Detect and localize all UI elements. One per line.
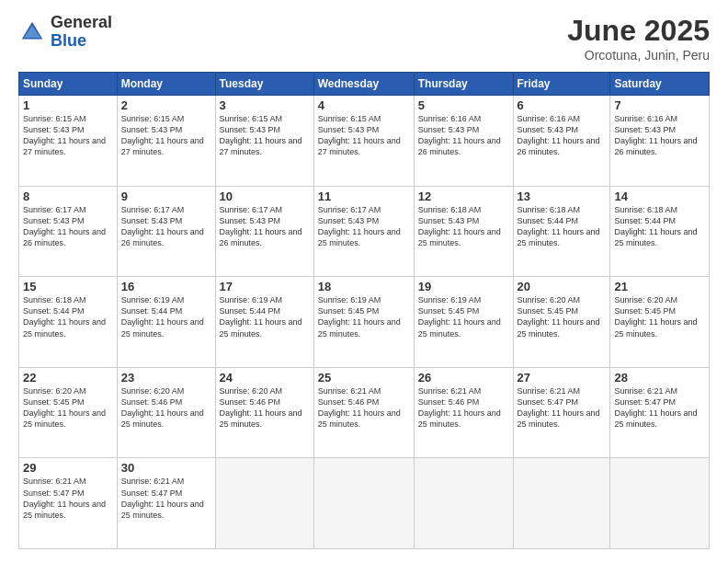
page: General Blue June 2025 Orcotuna, Junin, …: [0, 0, 728, 563]
calendar-cell: 5 Sunrise: 6:16 AMSunset: 5:43 PMDayligh…: [414, 96, 513, 187]
calendar-cell: 10 Sunrise: 6:17 AMSunset: 5:43 PMDaylig…: [215, 186, 313, 277]
day-info: Sunrise: 6:19 AMSunset: 5:44 PMDaylight:…: [220, 295, 302, 338]
calendar-cell: 3 Sunrise: 6:15 AMSunset: 5:43 PMDayligh…: [215, 96, 313, 187]
subtitle: Orcotuna, Junin, Peru: [567, 48, 710, 63]
day-number: 22: [23, 371, 113, 385]
day-number: 21: [614, 280, 705, 293]
title-block: June 2025 Orcotuna, Junin, Peru: [567, 14, 710, 63]
day-number: 26: [418, 371, 509, 385]
calendar-cell: 7 Sunrise: 6:16 AMSunset: 5:43 PMDayligh…: [610, 96, 710, 187]
day-info: Sunrise: 6:21 AMSunset: 5:47 PMDaylight:…: [518, 386, 600, 429]
calendar-cell: [513, 458, 610, 549]
day-info: Sunrise: 6:19 AMSunset: 5:45 PMDaylight:…: [418, 295, 501, 338]
col-wednesday: Wednesday: [313, 73, 414, 96]
calendar-cell: 23 Sunrise: 6:20 AMSunset: 5:46 PMDaylig…: [117, 367, 215, 458]
calendar-cell: 13 Sunrise: 6:18 AMSunset: 5:44 PMDaylig…: [513, 186, 610, 277]
day-info: Sunrise: 6:15 AMSunset: 5:43 PMDaylight:…: [220, 114, 302, 156]
day-info: Sunrise: 6:17 AMSunset: 5:43 PMDaylight:…: [23, 205, 106, 247]
calendar-row: 8 Sunrise: 6:17 AMSunset: 5:43 PMDayligh…: [19, 186, 710, 277]
header: General Blue June 2025 Orcotuna, Junin, …: [18, 14, 710, 63]
calendar-row: 29 Sunrise: 6:21 AMSunset: 5:47 PMDaylig…: [19, 458, 710, 549]
calendar-cell: 21 Sunrise: 6:20 AMSunset: 5:45 PMDaylig…: [610, 277, 710, 368]
day-info: Sunrise: 6:18 AMSunset: 5:44 PMDaylight:…: [614, 205, 697, 247]
day-number: 5: [418, 98, 509, 112]
calendar-cell: 4 Sunrise: 6:15 AMSunset: 5:43 PMDayligh…: [313, 96, 414, 187]
day-number: 11: [318, 190, 410, 203]
calendar-cell: 27 Sunrise: 6:21 AMSunset: 5:47 PMDaylig…: [513, 367, 610, 458]
calendar-cell: 17 Sunrise: 6:19 AMSunset: 5:44 PMDaylig…: [215, 277, 313, 368]
calendar-cell: 30 Sunrise: 6:21 AMSunset: 5:47 PMDaylig…: [117, 458, 215, 549]
day-number: 23: [121, 371, 211, 385]
day-info: Sunrise: 6:19 AMSunset: 5:44 PMDaylight:…: [121, 295, 204, 338]
calendar-cell: [610, 458, 710, 549]
calendar-cell: 11 Sunrise: 6:17 AMSunset: 5:43 PMDaylig…: [313, 186, 414, 277]
day-info: Sunrise: 6:20 AMSunset: 5:45 PMDaylight:…: [23, 386, 106, 429]
calendar-cell: 25 Sunrise: 6:21 AMSunset: 5:46 PMDaylig…: [313, 367, 414, 458]
calendar-cell: 28 Sunrise: 6:21 AMSunset: 5:47 PMDaylig…: [610, 367, 710, 458]
day-number: 29: [23, 461, 113, 475]
day-number: 14: [614, 190, 705, 203]
day-info: Sunrise: 6:16 AMSunset: 5:43 PMDaylight:…: [418, 114, 501, 156]
calendar-cell: 8 Sunrise: 6:17 AMSunset: 5:43 PMDayligh…: [19, 186, 118, 277]
day-number: 7: [614, 98, 705, 112]
calendar-cell: 15 Sunrise: 6:18 AMSunset: 5:44 PMDaylig…: [19, 277, 118, 368]
calendar-cell: [313, 458, 414, 549]
day-number: 10: [220, 190, 310, 203]
day-info: Sunrise: 6:21 AMSunset: 5:47 PMDaylight:…: [121, 477, 204, 519]
day-info: Sunrise: 6:17 AMSunset: 5:43 PMDaylight:…: [220, 205, 302, 247]
day-info: Sunrise: 6:21 AMSunset: 5:47 PMDaylight:…: [614, 386, 697, 429]
day-info: Sunrise: 6:15 AMSunset: 5:43 PMDaylight:…: [318, 114, 401, 156]
calendar-cell: 1 Sunrise: 6:15 AMSunset: 5:43 PMDayligh…: [19, 96, 118, 187]
day-number: 24: [220, 371, 310, 385]
calendar-cell: 29 Sunrise: 6:21 AMSunset: 5:47 PMDaylig…: [19, 458, 118, 549]
col-friday: Friday: [513, 73, 610, 96]
logo-blue: Blue: [51, 32, 112, 51]
calendar-cell: 26 Sunrise: 6:21 AMSunset: 5:46 PMDaylig…: [414, 367, 513, 458]
calendar-table: Sunday Monday Tuesday Wednesday Thursday…: [18, 72, 710, 549]
calendar-cell: 20 Sunrise: 6:20 AMSunset: 5:45 PMDaylig…: [513, 277, 610, 368]
calendar-row: 1 Sunrise: 6:15 AMSunset: 5:43 PMDayligh…: [19, 96, 710, 187]
calendar-row: 22 Sunrise: 6:20 AMSunset: 5:45 PMDaylig…: [19, 367, 710, 458]
col-tuesday: Tuesday: [215, 73, 313, 96]
day-number: 12: [418, 190, 509, 203]
day-number: 8: [23, 190, 113, 203]
calendar-cell: [414, 458, 513, 549]
logo-icon: [18, 18, 46, 46]
day-number: 2: [121, 98, 211, 112]
calendar-cell: 22 Sunrise: 6:20 AMSunset: 5:45 PMDaylig…: [19, 367, 118, 458]
day-info: Sunrise: 6:21 AMSunset: 5:46 PMDaylight:…: [418, 386, 501, 429]
day-number: 6: [518, 98, 607, 112]
day-number: 25: [318, 371, 410, 385]
calendar-body: 1 Sunrise: 6:15 AMSunset: 5:43 PMDayligh…: [19, 96, 710, 549]
day-number: 19: [418, 280, 509, 293]
day-info: Sunrise: 6:20 AMSunset: 5:45 PMDaylight:…: [614, 295, 697, 338]
calendar-row: 15 Sunrise: 6:18 AMSunset: 5:44 PMDaylig…: [19, 277, 710, 368]
day-info: Sunrise: 6:20 AMSunset: 5:45 PMDaylight:…: [518, 295, 600, 338]
calendar-cell: 18 Sunrise: 6:19 AMSunset: 5:45 PMDaylig…: [313, 277, 414, 368]
logo: General Blue: [18, 14, 112, 51]
day-info: Sunrise: 6:17 AMSunset: 5:43 PMDaylight:…: [318, 205, 401, 247]
day-number: 1: [23, 98, 113, 112]
day-info: Sunrise: 6:18 AMSunset: 5:44 PMDaylight:…: [23, 295, 106, 338]
day-number: 30: [121, 461, 211, 475]
day-number: 9: [121, 190, 211, 203]
calendar-header: Sunday Monday Tuesday Wednesday Thursday…: [19, 73, 710, 96]
calendar-cell: [215, 458, 313, 549]
day-number: 17: [220, 280, 310, 293]
day-number: 20: [518, 280, 607, 293]
day-info: Sunrise: 6:16 AMSunset: 5:43 PMDaylight:…: [518, 114, 600, 156]
day-info: Sunrise: 6:19 AMSunset: 5:45 PMDaylight:…: [318, 295, 401, 338]
logo-general: General: [51, 14, 112, 32]
day-info: Sunrise: 6:20 AMSunset: 5:46 PMDaylight:…: [121, 386, 204, 429]
main-title: June 2025: [567, 14, 710, 48]
calendar-cell: 6 Sunrise: 6:16 AMSunset: 5:43 PMDayligh…: [513, 96, 610, 187]
calendar-cell: 2 Sunrise: 6:15 AMSunset: 5:43 PMDayligh…: [117, 96, 215, 187]
day-number: 15: [23, 280, 113, 293]
col-thursday: Thursday: [414, 73, 513, 96]
calendar-cell: 14 Sunrise: 6:18 AMSunset: 5:44 PMDaylig…: [610, 186, 710, 277]
day-number: 4: [318, 98, 410, 112]
col-sunday: Sunday: [19, 73, 118, 96]
calendar-cell: 12 Sunrise: 6:18 AMSunset: 5:43 PMDaylig…: [414, 186, 513, 277]
day-number: 3: [220, 98, 310, 112]
calendar-cell: 19 Sunrise: 6:19 AMSunset: 5:45 PMDaylig…: [414, 277, 513, 368]
